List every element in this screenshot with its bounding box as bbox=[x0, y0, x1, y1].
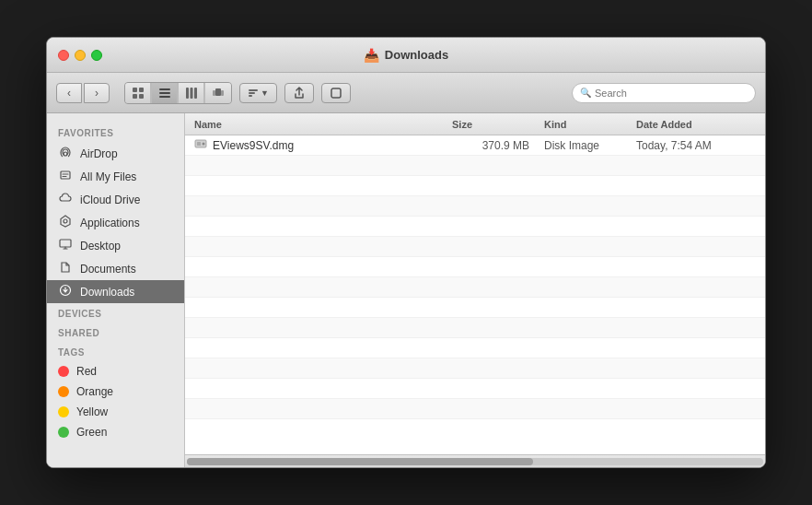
kind-column-header[interactable]: Kind bbox=[544, 119, 636, 130]
search-input[interactable] bbox=[595, 88, 748, 99]
horizontal-scrollbar[interactable] bbox=[185, 454, 765, 467]
svg-rect-6 bbox=[159, 96, 170, 98]
scrollbar-thumb[interactable] bbox=[187, 458, 533, 465]
all-my-files-icon bbox=[58, 169, 73, 184]
svg-rect-16 bbox=[331, 88, 341, 98]
svg-rect-11 bbox=[213, 90, 215, 96]
svg-rect-1 bbox=[139, 88, 144, 92]
empty-row bbox=[185, 217, 765, 237]
svg-point-17 bbox=[64, 152, 67, 156]
icon-view-button[interactable] bbox=[125, 83, 151, 103]
orange-tag-label: Orange bbox=[76, 385, 113, 398]
airdrop-label: AirDrop bbox=[80, 147, 118, 160]
search-icon: 🔍 bbox=[580, 88, 591, 98]
sidebar-item-tag-yellow[interactable]: Yellow bbox=[47, 402, 184, 422]
forward-button[interactable]: › bbox=[84, 83, 110, 103]
svg-rect-0 bbox=[133, 88, 137, 92]
documents-icon bbox=[58, 261, 73, 276]
name-column-header[interactable]: Name bbox=[194, 119, 452, 130]
red-tag-label: Red bbox=[76, 365, 97, 378]
applications-icon bbox=[58, 215, 73, 230]
table-row[interactable]: EViews9SV.dmg 370.9 MB Disk Image Today,… bbox=[185, 135, 765, 156]
date-added-column-header[interactable]: Date Added bbox=[636, 119, 756, 130]
desktop-icon bbox=[58, 238, 73, 253]
file-list: EViews9SV.dmg 370.9 MB Disk Image Today,… bbox=[185, 135, 765, 454]
svg-rect-12 bbox=[221, 90, 224, 96]
svg-rect-5 bbox=[159, 92, 170, 94]
sidebar-item-desktop[interactable]: Desktop bbox=[47, 234, 184, 257]
svg-rect-8 bbox=[190, 88, 192, 99]
maximize-button[interactable] bbox=[91, 50, 102, 61]
title-text: Downloads bbox=[385, 48, 448, 62]
svg-rect-3 bbox=[139, 94, 144, 99]
column-headers: Name Size Kind Date Added bbox=[185, 113, 765, 135]
orange-tag-dot bbox=[58, 386, 69, 397]
svg-rect-15 bbox=[249, 95, 252, 97]
close-button[interactable] bbox=[58, 50, 69, 61]
svg-rect-10 bbox=[215, 88, 221, 96]
svg-point-19 bbox=[64, 219, 67, 223]
file-date: Today, 7:54 AM bbox=[636, 139, 756, 152]
empty-row bbox=[185, 176, 765, 196]
sidebar-item-tag-red[interactable]: Red bbox=[47, 361, 184, 382]
green-tag-dot bbox=[58, 427, 69, 438]
svg-point-24 bbox=[203, 143, 205, 146]
sidebar-item-icloud-drive[interactable]: iCloud Drive bbox=[47, 188, 184, 211]
downloads-icon bbox=[58, 284, 73, 299]
yellow-tag-dot bbox=[58, 406, 69, 417]
svg-rect-7 bbox=[186, 88, 189, 99]
applications-label: Applications bbox=[80, 217, 140, 229]
sidebar-item-downloads[interactable]: Downloads bbox=[47, 280, 184, 303]
main-content: Favorites AirDrop bbox=[47, 113, 765, 467]
toolbar: ‹ › bbox=[47, 73, 765, 113]
tag-button[interactable] bbox=[321, 83, 351, 103]
empty-row bbox=[185, 257, 765, 277]
list-view-button[interactable] bbox=[152, 83, 178, 103]
sidebar-item-all-my-files[interactable]: All My Files bbox=[47, 165, 184, 188]
all-my-files-label: All My Files bbox=[80, 170, 136, 183]
share-button[interactable] bbox=[284, 83, 314, 103]
title-icon: 📥 bbox=[364, 48, 379, 63]
minimize-button[interactable] bbox=[75, 50, 86, 61]
search-box[interactable]: 🔍 bbox=[572, 83, 756, 103]
shared-label: Shared bbox=[47, 323, 184, 342]
finder-window: 📥 Downloads ‹ › bbox=[46, 37, 766, 468]
window-title: 📥 Downloads bbox=[364, 48, 448, 63]
file-name-cell: EViews9SV.dmg bbox=[194, 137, 452, 153]
empty-row bbox=[185, 318, 765, 338]
column-view-button[interactable] bbox=[179, 83, 204, 103]
svg-rect-14 bbox=[249, 92, 255, 94]
sidebar-item-applications[interactable]: Applications bbox=[47, 211, 184, 234]
svg-rect-4 bbox=[159, 88, 170, 90]
icloud-drive-icon bbox=[58, 192, 73, 207]
yellow-tag-label: Yellow bbox=[76, 405, 108, 418]
svg-rect-18 bbox=[61, 171, 70, 179]
sidebar-item-documents[interactable]: Documents bbox=[47, 257, 184, 280]
sidebar-item-airdrop[interactable]: AirDrop bbox=[47, 142, 184, 165]
file-kind: Disk Image bbox=[544, 139, 636, 152]
svg-rect-9 bbox=[194, 88, 197, 99]
back-button[interactable]: ‹ bbox=[56, 83, 82, 103]
empty-row bbox=[185, 277, 765, 298]
sidebar-item-tag-green[interactable]: Green bbox=[47, 422, 184, 442]
titlebar: 📥 Downloads bbox=[47, 38, 765, 73]
empty-row bbox=[185, 399, 765, 419]
red-tag-dot bbox=[58, 366, 69, 377]
downloads-label: Downloads bbox=[80, 286, 134, 299]
scrollbar-track bbox=[187, 458, 763, 465]
empty-row bbox=[185, 338, 765, 358]
traffic-lights bbox=[58, 50, 102, 61]
coverflow-view-button[interactable] bbox=[205, 83, 231, 103]
svg-rect-23 bbox=[197, 142, 201, 146]
airdrop-icon bbox=[58, 146, 73, 161]
empty-row bbox=[185, 358, 765, 379]
svg-rect-20 bbox=[60, 240, 71, 247]
file-size: 370.9 MB bbox=[452, 139, 544, 152]
sidebar-item-tag-orange[interactable]: Orange bbox=[47, 382, 184, 402]
svg-rect-13 bbox=[249, 89, 258, 91]
file-name: EViews9SV.dmg bbox=[213, 139, 294, 152]
view-buttons bbox=[124, 82, 232, 104]
arrange-button[interactable]: ▼ bbox=[239, 83, 277, 103]
size-column-header[interactable]: Size bbox=[452, 119, 544, 130]
empty-row bbox=[185, 237, 765, 257]
